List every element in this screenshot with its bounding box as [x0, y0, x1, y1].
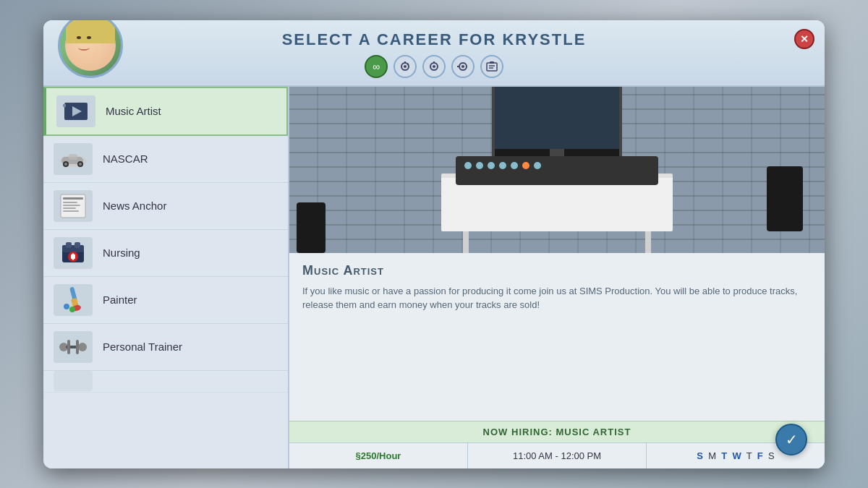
svg-rect-23 [69, 154, 77, 160]
desk-leg-right [645, 231, 651, 253]
career-name-personal-trainer: Personal Trainer [103, 341, 182, 353]
svg-point-1 [404, 65, 407, 68]
knob-1 [464, 162, 472, 169]
svg-rect-28 [63, 207, 76, 209]
career-image [289, 87, 825, 253]
knob-5 [511, 162, 518, 169]
career-icon-nursing [54, 237, 93, 269]
knob-2 [476, 162, 483, 169]
tab-5[interactable] [480, 55, 503, 78]
scene [289, 87, 825, 253]
knob-3 [488, 162, 495, 169]
svg-rect-11 [490, 61, 494, 64]
career-icon-nascar [54, 143, 93, 175]
career-item-nursing[interactable]: Nursing [43, 230, 288, 277]
avatar-hair [66, 20, 115, 43]
modal-body: Music Artist NASCAR [43, 87, 825, 468]
career-item-painter[interactable]: Painter [43, 277, 288, 324]
career-name-nascar: NASCAR [103, 153, 148, 165]
hiring-header: Now Hiring: Music Artist [289, 421, 825, 442]
hiring-schedule: 11:00 AM - 12:00 PM [468, 443, 647, 468]
close-button[interactable]: ✕ [794, 29, 814, 49]
desk [441, 174, 673, 231]
career-name-nursing: Nursing [103, 247, 140, 259]
career-list: Music Artist NASCAR [43, 87, 289, 468]
career-name-news-anchor: News Anchor [103, 200, 166, 212]
svg-point-40 [64, 304, 69, 309]
svg-rect-27 [63, 205, 80, 206]
svg-point-8 [461, 65, 464, 68]
career-item-partial[interactable] [43, 371, 288, 393]
career-item-news-anchor[interactable]: News Anchor [43, 183, 288, 230]
detail-content: Music Artist If you like music or have a… [289, 253, 825, 421]
career-icon-painter [54, 284, 93, 316]
hiring-strip: Now Hiring: Music Artist §250/Hour 11:00… [289, 421, 825, 468]
avatar-eyes [77, 36, 81, 39]
avatar [58, 20, 123, 78]
days-w: W [733, 450, 741, 461]
hiring-details: §250/Hour 11:00 AM - 12:00 PM S M T W T … [289, 442, 825, 468]
speaker-left [297, 202, 326, 253]
modal-header: Select a Career for Krystle ∞ [43, 20, 825, 87]
career-icon-music-artist [56, 95, 95, 127]
days-t2: T [746, 450, 752, 461]
svg-rect-25 [63, 197, 83, 200]
wage-value: §250/Hour [356, 450, 401, 461]
tab-all-careers[interactable]: ∞ [365, 55, 388, 78]
detail-description: If you like music or have a passion for … [302, 284, 812, 312]
desk-leg-left [463, 231, 469, 253]
career-icon-partial [54, 371, 93, 391]
days-m: M [708, 450, 716, 461]
svg-rect-31 [62, 245, 84, 252]
svg-point-41 [69, 307, 75, 312]
career-name-painter: Painter [103, 294, 137, 306]
tab-3[interactable] [422, 55, 446, 78]
knob-4 [499, 162, 506, 169]
svg-point-22 [79, 163, 82, 166]
svg-rect-36 [75, 242, 80, 248]
svg-point-20 [64, 163, 67, 166]
knob-6 [522, 162, 529, 169]
career-detail: Music Artist If you like music or have a… [289, 87, 825, 468]
career-item-personal-trainer[interactable]: Personal Trainer [43, 324, 288, 371]
knob-7 [534, 162, 541, 169]
svg-rect-26 [63, 202, 77, 203]
hiring-wage: §250/Hour [289, 443, 468, 468]
career-icon-personal-trainer [54, 331, 93, 363]
career-selection-modal: Select a Career for Krystle ∞ [43, 20, 825, 468]
svg-point-44 [78, 343, 87, 351]
svg-rect-16 [63, 104, 66, 107]
avatar-smile [78, 45, 90, 51]
modal-title: Select a Career for Krystle [282, 30, 587, 49]
days-s2: S [768, 450, 775, 461]
monitor-screen [495, 87, 619, 150]
svg-rect-34 [72, 253, 75, 260]
career-icon-news-anchor [54, 190, 93, 222]
speaker-right [767, 166, 803, 231]
svg-rect-46 [76, 340, 79, 354]
days-s1: S [697, 450, 703, 461]
monitor [492, 87, 622, 163]
career-item-music-artist[interactable]: Music Artist [43, 87, 288, 136]
svg-rect-45 [67, 340, 70, 354]
dj-console [456, 156, 658, 185]
career-name-music-artist: Music Artist [106, 105, 161, 117]
svg-rect-29 [63, 210, 79, 212]
svg-rect-10 [487, 63, 497, 71]
tab-4[interactable] [451, 55, 475, 78]
days-f: F [757, 450, 763, 461]
tab-2[interactable] [393, 55, 417, 78]
career-item-nascar[interactable]: NASCAR [43, 136, 288, 183]
detail-title: Music Artist [302, 263, 812, 278]
tabs-row: ∞ [365, 55, 503, 78]
svg-rect-35 [66, 242, 72, 248]
dj-knobs [456, 156, 658, 175]
confirm-button[interactable]: ✓ [775, 424, 807, 455]
svg-point-5 [433, 65, 435, 68]
days-t1: T [721, 450, 727, 461]
avatar-face [65, 20, 116, 71]
